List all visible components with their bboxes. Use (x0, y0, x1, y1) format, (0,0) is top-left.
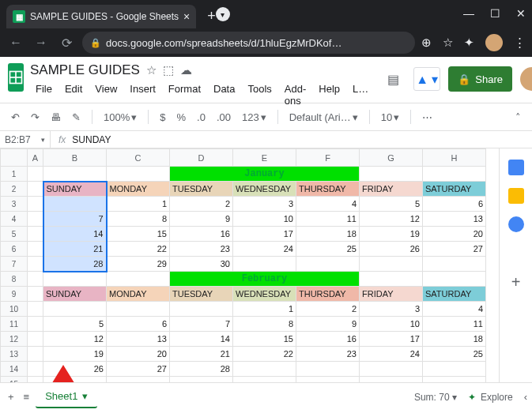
cell[interactable] (107, 272, 170, 287)
percent-icon[interactable]: % (173, 109, 189, 126)
cell[interactable] (28, 272, 43, 287)
day-header[interactable]: TUESDAY (170, 287, 233, 302)
row-header[interactable]: 8 (1, 272, 28, 287)
collapse-icon[interactable]: ˄ (512, 109, 524, 126)
row-header[interactable]: 1 (1, 167, 28, 182)
calendar-icon[interactable] (508, 160, 524, 175)
doc-title[interactable]: SAMPLE GUIDES (30, 62, 140, 78)
day-header[interactable]: SUNDAY (43, 182, 107, 197)
cell[interactable]: 15 (107, 227, 170, 242)
url-field[interactable]: 🔒 docs.google.com/spreadsheets/d/1hluEgz… (82, 32, 415, 54)
cloud-icon[interactable]: ☁ (180, 63, 192, 77)
cell[interactable]: 10 (360, 317, 423, 332)
cell[interactable]: 10 (233, 212, 296, 227)
cell[interactable]: 23 (170, 242, 233, 257)
present-button[interactable]: ▲ ▾ (413, 67, 440, 91)
row-header[interactable]: 14 (1, 362, 28, 377)
day-header[interactable]: MONDAY (107, 182, 170, 197)
add-sheet-icon[interactable]: + (5, 389, 17, 405)
cell[interactable]: 14 (43, 227, 107, 242)
row-header[interactable]: 11 (1, 317, 28, 332)
cell[interactable] (28, 332, 43, 347)
row-header[interactable]: 6 (1, 242, 28, 257)
row-header[interactable]: 7 (1, 257, 28, 272)
expand-side-icon[interactable]: ‹ (524, 391, 527, 403)
cell[interactable] (107, 377, 170, 383)
cell[interactable] (28, 242, 43, 257)
cell[interactable]: 4 (296, 197, 360, 212)
col-header[interactable]: D (170, 149, 233, 167)
paint-icon[interactable]: ✎ (69, 109, 84, 126)
day-header[interactable]: FRIDAY (360, 287, 423, 302)
cell[interactable] (423, 362, 486, 377)
cell[interactable]: 25 (423, 347, 486, 362)
menu-tools[interactable]: Tools (242, 81, 277, 109)
cell[interactable]: 11 (423, 317, 486, 332)
extensions-icon[interactable]: ✦ (464, 36, 474, 50)
cell[interactable]: 13 (423, 212, 486, 227)
cell[interactable] (360, 377, 423, 383)
cell[interactable] (233, 257, 296, 272)
col-header[interactable]: B (43, 149, 107, 167)
cell[interactable] (28, 347, 43, 362)
cell[interactable]: 17 (360, 332, 423, 347)
cell[interactable]: 6 (107, 317, 170, 332)
cell[interactable]: 21 (170, 347, 233, 362)
row-header[interactable]: 15 (1, 377, 28, 383)
row-header[interactable]: 13 (1, 347, 28, 362)
tasks-icon[interactable] (508, 216, 524, 232)
cell[interactable]: 7 (170, 317, 233, 332)
cell[interactable]: 29 (107, 257, 170, 272)
cell[interactable]: 9 (170, 212, 233, 227)
cell[interactable] (28, 317, 43, 332)
more-icon[interactable]: ⋯ (419, 109, 436, 126)
name-box[interactable]: B2:B7▾ (0, 131, 51, 148)
fontsize-select[interactable]: 10 ▾ (378, 109, 402, 126)
cell[interactable] (43, 302, 107, 317)
dec-increase-icon[interactable]: .00 (213, 109, 234, 126)
menu-help[interactable]: Help (313, 81, 345, 109)
row-header[interactable]: 12 (1, 332, 28, 347)
menu-edit[interactable]: Edit (59, 81, 88, 109)
cell[interactable]: 3 (360, 302, 423, 317)
menu-insert[interactable]: Insert (124, 81, 161, 109)
cell[interactable]: 19 (360, 227, 423, 242)
menu-l…[interactable]: L… (347, 81, 374, 109)
cell[interactable]: 19 (43, 347, 107, 362)
cell[interactable]: 17 (233, 227, 296, 242)
day-header[interactable]: THURSDAY (296, 182, 360, 197)
zoom-select[interactable]: 100% ▾ (100, 109, 140, 126)
col-header[interactable]: H (423, 149, 486, 167)
row-header[interactable]: 3 (1, 197, 28, 212)
col-header[interactable]: F (296, 149, 360, 167)
cell[interactable] (233, 377, 296, 383)
cell[interactable]: 18 (423, 332, 486, 347)
day-header[interactable]: SATURDAY (423, 287, 486, 302)
shield-icon[interactable]: ▾ (216, 7, 230, 21)
spreadsheet-grid[interactable]: ABCDEFGH1January2SUNDAYMONDAYTUESDAYWEDN… (0, 148, 499, 382)
row-header[interactable]: 10 (1, 302, 28, 317)
add-sidepanel-icon[interactable]: + (511, 273, 521, 291)
cell[interactable]: 28 (43, 257, 107, 272)
cell[interactable]: 22 (233, 347, 296, 362)
close-tab-icon[interactable]: × (183, 10, 190, 23)
day-header[interactable]: FRIDAY (360, 182, 423, 197)
currency-icon[interactable]: $ (157, 109, 168, 126)
comments-icon[interactable]: ▤ (380, 66, 406, 92)
row-header[interactable]: 5 (1, 227, 28, 242)
day-header[interactable]: THURSDAY (296, 287, 360, 302)
cell[interactable]: 15 (233, 332, 296, 347)
day-header[interactable]: SATURDAY (423, 182, 486, 197)
cell[interactable]: 9 (296, 317, 360, 332)
all-sheets-icon[interactable]: ≡ (21, 389, 33, 405)
menu-data[interactable]: Data (208, 81, 240, 109)
forward-icon[interactable]: → (32, 36, 51, 50)
cell[interactable] (360, 257, 423, 272)
day-header[interactable]: WEDNESDAY (233, 287, 296, 302)
cell[interactable] (28, 197, 43, 212)
move-icon[interactable]: ⬚ (163, 63, 174, 77)
cell[interactable] (43, 377, 107, 383)
menu-add-ons[interactable]: Add-ons (279, 81, 311, 109)
row-header[interactable]: 4 (1, 212, 28, 227)
cell[interactable]: 16 (296, 332, 360, 347)
